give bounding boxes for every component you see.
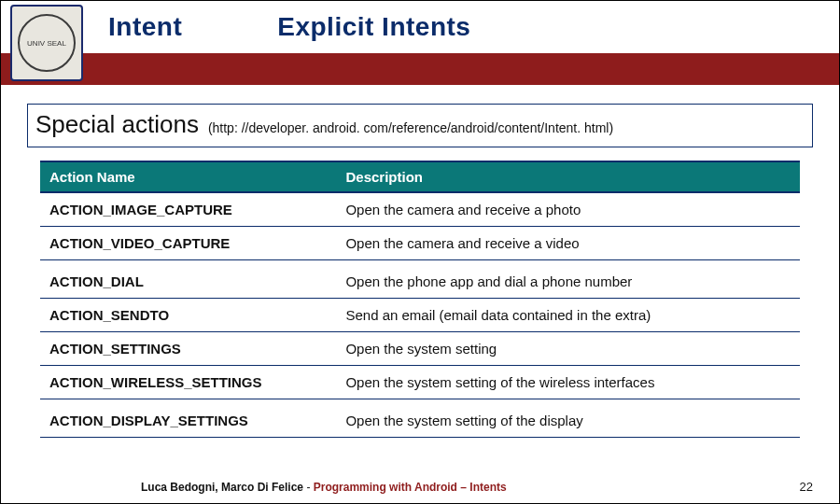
action-name: ACTION_WIRELESS_SETTINGS — [40, 366, 336, 399]
table-row: ACTION_DIAL Open the phone app and dial … — [40, 260, 800, 299]
subtitle-main: Special actions — [35, 110, 199, 139]
seal-inner: UNIV SEAL — [18, 14, 76, 72]
action-name: ACTION_DISPLAY_SETTINGS — [40, 399, 336, 438]
footer-authors: Luca Bedogni, Marco Di Felice — [141, 481, 303, 494]
title-keyword: types: — [190, 12, 270, 41]
action-name: ACTION_SENDTO — [40, 299, 336, 332]
page-number: 22 — [800, 480, 813, 494]
table-row: ACTION_IMAGE_CAPTURE Open the camera and… — [40, 192, 800, 227]
footer-left: Luca Bedogni, Marco Di Felice - Programm… — [141, 481, 507, 494]
subtitle-url: (http: //developer. android. com/referen… — [208, 120, 613, 135]
action-desc: Open the phone app and dial a phone numb… — [336, 260, 800, 299]
action-name: ACTION_DIAL — [40, 260, 336, 299]
header-top-band: Intent types: Explicit Intents — [1, 1, 839, 53]
table-row: ACTION_DISPLAY_SETTINGS Open the system … — [40, 399, 800, 438]
col-header-description: Description — [336, 161, 800, 192]
header-red-band — [1, 53, 839, 85]
action-desc: Open the camera and receive a photo — [336, 192, 800, 227]
col-header-action-name: Action Name — [40, 161, 336, 192]
table-row: ACTION_VIDEO_CAPTURE Open the camera and… — [40, 227, 800, 260]
action-name: ACTION_VIDEO_CAPTURE — [40, 227, 336, 260]
action-desc: Send an email (email data contained in t… — [336, 299, 800, 332]
title-prefix: Intent — [108, 12, 190, 41]
slide-title: Intent types: Explicit Intents — [108, 12, 470, 42]
title-suffix: Explicit Intents — [270, 12, 470, 41]
action-name: ACTION_IMAGE_CAPTURE — [40, 192, 336, 227]
title-container: Intent types: Explicit Intents — [90, 1, 839, 53]
action-desc: Open the system setting of the display — [336, 399, 800, 438]
action-name: ACTION_SETTINGS — [40, 332, 336, 366]
slide-footer: Luca Bedogni, Marco Di Felice - Programm… — [1, 480, 839, 494]
action-desc: Open the camera and receive a video — [336, 227, 800, 260]
subtitle-box: Special actions (http: //developer. andr… — [27, 104, 813, 147]
footer-topic: Programming with Android – Intents — [314, 481, 507, 494]
table-row: ACTION_SENDTO Send an email (email data … — [40, 299, 800, 332]
university-seal-icon: UNIV SEAL — [10, 5, 83, 81]
table-row: ACTION_SETTINGS Open the system setting — [40, 332, 800, 366]
actions-table: Action Name Description ACTION_IMAGE_CAP… — [40, 161, 800, 438]
slide-header: Intent types: Explicit Intents UNIV SEAL — [1, 1, 839, 85]
table-header-row: Action Name Description — [40, 161, 800, 192]
table-row: ACTION_WIRELESS_SETTINGS Open the system… — [40, 366, 800, 399]
action-desc: Open the system setting of the wireless … — [336, 366, 800, 399]
slide: Intent types: Explicit Intents UNIV SEAL… — [0, 0, 840, 504]
footer-separator: - — [306, 481, 313, 494]
action-desc: Open the system setting — [336, 332, 800, 366]
